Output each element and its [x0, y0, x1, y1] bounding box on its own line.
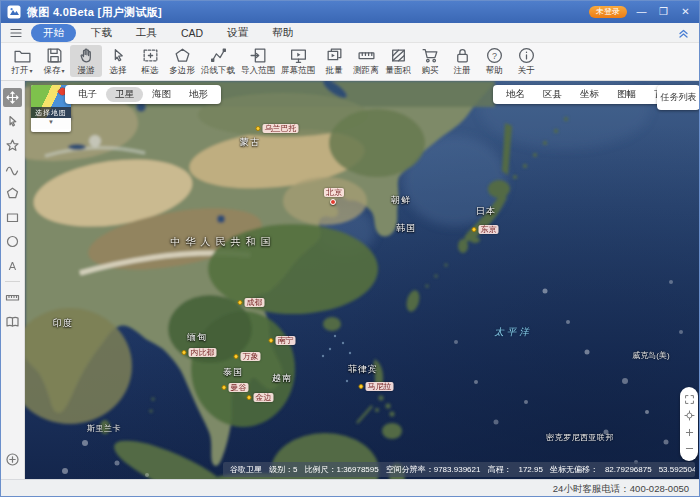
tool-sidebar: A: [1, 81, 25, 479]
cart-icon: [421, 46, 440, 65]
status-longitude: 82.79296875: [605, 465, 652, 474]
polygon-icon: [5, 186, 20, 201]
status-elevation-label: 高程：: [487, 464, 511, 475]
sidebar-star-tool[interactable]: [3, 136, 22, 155]
chevron-down-icon: ▼: [31, 118, 71, 129]
tab-terrain-map[interactable]: 地形: [180, 87, 217, 102]
tab-satellite-map[interactable]: 卫星: [106, 87, 143, 102]
status-resolution: 空间分辨率：9783.939621: [386, 464, 481, 475]
status-source: 谷歌卫星: [230, 464, 262, 475]
pan-roam-button[interactable]: 漫游: [70, 45, 102, 77]
maximize-button[interactable]: ❐: [656, 5, 671, 19]
sidebar-locate-tool[interactable]: [3, 450, 22, 469]
hand-icon: [77, 46, 96, 65]
cursor-icon: [109, 46, 128, 65]
layer-tab-bar: 电子 卫星 海图 地形: [65, 85, 221, 104]
menu-item-settings[interactable]: 设置: [215, 25, 260, 41]
menu-item-download[interactable]: 下载: [79, 25, 124, 41]
status-scale: 比例尺：1:36978595: [304, 464, 378, 475]
bottom-bar: 24小时客服电话：400-028-0050: [1, 479, 699, 497]
open-button[interactable]: 打开▾: [6, 45, 38, 77]
sidebar-pan-tool[interactable]: [3, 88, 22, 107]
sidebar-circle-tool[interactable]: [3, 232, 22, 251]
measure-distance-button[interactable]: 测距离: [350, 45, 382, 77]
rect-select-button[interactable]: 框选: [134, 45, 166, 77]
service-phone: 24小时客服电话：400-028-0050: [553, 483, 689, 496]
tab-map-sheets[interactable]: 图幅: [608, 87, 645, 102]
tab-place-names[interactable]: 地名: [497, 87, 534, 102]
tab-coordinates[interactable]: 坐标: [571, 87, 608, 102]
measure-area-button[interactable]: 量面积: [382, 45, 414, 77]
help-icon: ?: [485, 46, 504, 65]
menu-item-help[interactable]: 帮助: [260, 25, 305, 41]
ruler-icon: [357, 46, 376, 65]
locate-icon: [5, 452, 20, 467]
lock-icon: [453, 46, 472, 65]
status-level: 级别：5: [269, 464, 297, 475]
rectangle-icon: [5, 210, 20, 225]
zoom-in-button[interactable]: [683, 426, 695, 438]
polygon-select-button[interactable]: 多边形: [166, 45, 198, 77]
area-icon: [389, 46, 408, 65]
register-button[interactable]: 注册: [446, 45, 478, 77]
text-icon: A: [5, 258, 20, 273]
status-latitude: 53.5925048: [659, 465, 695, 474]
close-button[interactable]: ✕: [678, 5, 693, 19]
fullscreen-button[interactable]: [683, 393, 695, 405]
minus-icon: [684, 443, 695, 454]
sidebar-curve-tool[interactable]: [3, 160, 22, 179]
menu-item-cad[interactable]: CAD: [169, 26, 215, 40]
window-title: 微图 4.0Beta [用户测试版]: [27, 5, 162, 20]
map-canvas[interactable]: 选择地图 ▼ 电子 卫星 海图 地形 地名 区县 坐标 图幅 瓦片 任务列表: [25, 81, 700, 479]
ribbon-toolbar: 打开▾ 保存▾ 漫游 选择 框选 多边形 沿线下载 导入范围: [1, 43, 699, 81]
title-bar: 微图 4.0Beta [用户测试版] 未登录 — ❐ ✕: [1, 1, 699, 23]
login-status-badge[interactable]: 未登录: [589, 6, 627, 18]
dropdown-caret-icon: ▾: [61, 68, 64, 74]
sidebar-text-tool[interactable]: A: [3, 256, 22, 275]
screen-icon: [289, 46, 308, 65]
sidebar-rectangle-tool[interactable]: [3, 208, 22, 227]
star-icon: [5, 138, 20, 153]
sidebar-select-tool[interactable]: [3, 112, 22, 131]
batch-button[interactable]: 批量: [318, 45, 350, 77]
app-logo-icon: [7, 5, 21, 19]
curve-icon: [5, 162, 20, 177]
menu-item-start[interactable]: 开始: [31, 24, 76, 42]
menu-item-tools[interactable]: 工具: [124, 25, 169, 41]
folder-icon: [13, 46, 32, 65]
select-button[interactable]: 选择: [102, 45, 134, 77]
status-offset-label: 坐标无偏移：: [550, 464, 598, 475]
buy-button[interactable]: 购买: [414, 45, 446, 77]
batch-icon: [325, 46, 344, 65]
tab-sea-chart[interactable]: 海图: [143, 87, 180, 102]
select-cursor-icon: [5, 114, 20, 129]
book-icon: [5, 314, 20, 329]
collapse-ribbon-icon[interactable]: [677, 26, 690, 39]
save-button[interactable]: 保存▾: [38, 45, 70, 77]
map-nav-panel: [680, 387, 698, 461]
tab-electronic-map[interactable]: 电子: [69, 87, 106, 102]
tab-districts[interactable]: 区县: [534, 87, 571, 102]
zoom-out-button[interactable]: [683, 443, 695, 455]
sidebar-polygon-tool[interactable]: [3, 184, 22, 203]
help-button[interactable]: ? 帮助: [478, 45, 510, 77]
minimize-button[interactable]: —: [634, 5, 649, 19]
plus-icon: [684, 427, 695, 438]
save-icon: [45, 46, 64, 65]
task-list-button[interactable]: 任务列表: [657, 85, 700, 110]
menu-bar: 开始 下载 工具 CAD 设置 帮助: [1, 23, 699, 43]
pan-icon: [5, 90, 20, 105]
hamburger-menu-icon[interactable]: [9, 26, 23, 40]
satellite-terrain: [25, 81, 700, 479]
about-button[interactable]: 关于: [510, 45, 542, 77]
fullscreen-icon: [684, 394, 695, 405]
sidebar-measure-tool[interactable]: [3, 288, 22, 307]
map-status-strip: 谷歌卫星 级别：5 比例尺：1:36978595 空间分辨率：9783.9396…: [223, 462, 695, 477]
locate-button[interactable]: [683, 410, 695, 422]
svg-text:A: A: [9, 260, 17, 272]
along-line-download-button[interactable]: 沿线下载: [198, 45, 238, 77]
sidebar-book-tool[interactable]: [3, 312, 22, 331]
import-range-button[interactable]: 导入范围: [238, 45, 278, 77]
dropdown-caret-icon: ▾: [29, 68, 32, 74]
screen-range-button[interactable]: 屏幕范围: [278, 45, 318, 77]
